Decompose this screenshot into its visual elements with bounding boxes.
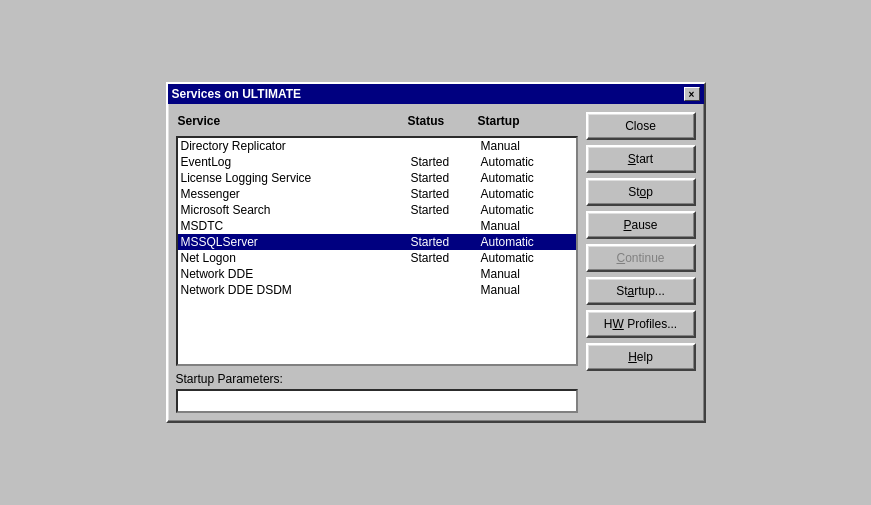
service-status: Started — [411, 235, 481, 249]
stop-label: Stop — [628, 185, 653, 199]
service-startup: Manual — [481, 219, 573, 233]
service-name: Net Logon — [181, 251, 411, 265]
service-startup: Automatic — [481, 155, 573, 169]
service-startup: Automatic — [481, 187, 573, 201]
service-name: Microsoft Search — [181, 203, 411, 217]
start-button[interactable]: Start — [586, 145, 696, 173]
list-item[interactable]: MessengerStartedAutomatic — [178, 186, 576, 202]
start-label: Start — [628, 152, 653, 166]
list-item[interactable]: MSDTCManual — [178, 218, 576, 234]
pause-label: Pause — [623, 218, 657, 232]
col-header-startup: Startup — [478, 114, 576, 128]
list-item[interactable]: EventLogStartedAutomatic — [178, 154, 576, 170]
left-panel: Service Status Startup Directory Replica… — [176, 112, 578, 413]
service-name: MSDTC — [181, 219, 411, 233]
service-startup: Manual — [481, 139, 573, 153]
service-startup: Automatic — [481, 251, 573, 265]
service-startup: Automatic — [481, 235, 573, 249]
services-list[interactable]: Directory ReplicatorManualEventLogStarte… — [176, 136, 578, 366]
close-button[interactable]: Close — [586, 112, 696, 140]
startup-params-label: Startup Parameters: — [176, 372, 578, 386]
service-status: Started — [411, 171, 481, 185]
service-name: Messenger — [181, 187, 411, 201]
list-item[interactable]: License Logging ServiceStartedAutomatic — [178, 170, 576, 186]
help-button[interactable]: Help — [586, 343, 696, 371]
content-area: Service Status Startup Directory Replica… — [168, 104, 704, 421]
service-status: Started — [411, 187, 481, 201]
service-status: Started — [411, 251, 481, 265]
right-panel: Close Start Stop Pause Continue Startup.… — [586, 112, 696, 413]
service-name: Directory Replicator — [181, 139, 411, 153]
service-status: Started — [411, 203, 481, 217]
service-name: License Logging Service — [181, 171, 411, 185]
service-status — [411, 139, 481, 153]
list-item[interactable]: Directory ReplicatorManual — [178, 138, 576, 154]
title-bar: Services on ULTIMATE × — [168, 84, 704, 104]
continue-button[interactable]: Continue — [586, 244, 696, 272]
col-header-status: Status — [408, 114, 478, 128]
list-item[interactable]: Net LogonStartedAutomatic — [178, 250, 576, 266]
service-startup: Manual — [481, 283, 573, 297]
list-item[interactable]: Network DDEManual — [178, 266, 576, 282]
col-header-service: Service — [178, 114, 408, 128]
service-startup: Automatic — [481, 203, 573, 217]
service-status: Started — [411, 155, 481, 169]
service-status — [411, 267, 481, 281]
list-item[interactable]: Network DDE DSDMManual — [178, 282, 576, 298]
hw-profiles-button[interactable]: HW Profiles... — [586, 310, 696, 338]
title-close-button[interactable]: × — [684, 87, 700, 101]
service-startup: Manual — [481, 267, 573, 281]
startup-params-input[interactable] — [176, 389, 578, 413]
service-name: Network DDE DSDM — [181, 283, 411, 297]
service-name: MSSQLServer — [181, 235, 411, 249]
service-name: Network DDE — [181, 267, 411, 281]
service-status — [411, 219, 481, 233]
startup-button[interactable]: Startup... — [586, 277, 696, 305]
continue-label: Continue — [616, 251, 664, 265]
hw-profiles-label: HW Profiles... — [604, 317, 677, 331]
list-item[interactable]: Microsoft SearchStartedAutomatic — [178, 202, 576, 218]
service-name: EventLog — [181, 155, 411, 169]
window-title: Services on ULTIMATE — [172, 87, 302, 101]
startup-label: Startup... — [616, 284, 665, 298]
service-status — [411, 283, 481, 297]
pause-button[interactable]: Pause — [586, 211, 696, 239]
stop-button[interactable]: Stop — [586, 178, 696, 206]
main-window: Services on ULTIMATE × Service Status St… — [166, 82, 706, 423]
service-startup: Automatic — [481, 171, 573, 185]
column-headers: Service Status Startup — [176, 112, 578, 130]
help-label: Help — [628, 350, 653, 364]
list-item[interactable]: MSSQLServerStartedAutomatic — [178, 234, 576, 250]
startup-params-section: Startup Parameters: — [176, 372, 578, 413]
